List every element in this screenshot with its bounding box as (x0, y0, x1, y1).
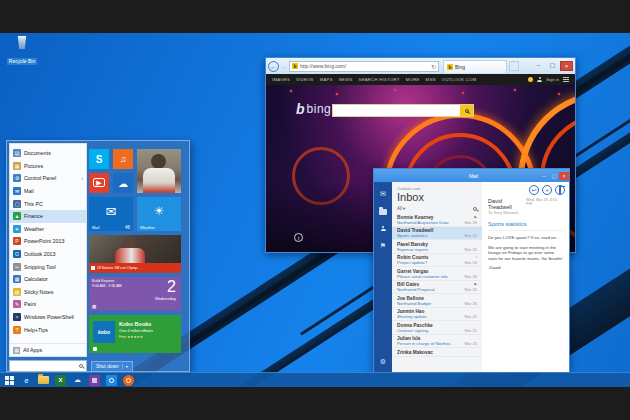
shutdown-caret-icon[interactable]: ▾ (122, 364, 128, 369)
start-menu-item[interactable]: > Windows PowerShell (10, 311, 86, 324)
message-row[interactable]: Robin Counts ! Project update? Mar 26 (392, 254, 482, 268)
minimize-button[interactable]: – (539, 172, 549, 180)
close-button[interactable]: × (559, 172, 569, 180)
message-row[interactable]: Joe Bellone Northwind Budget Mar 26 (392, 294, 482, 308)
minimize-button[interactable]: – (532, 61, 545, 71)
new-mail-button[interactable]: + (542, 185, 552, 195)
filter-all[interactable]: All (397, 206, 402, 211)
tile-kobo-books[interactable]: kobo Kobo Books Over 4 million eBooks Fr… (89, 315, 181, 353)
tile-sports-news[interactable]: 18 Nations GB's on Olymp... (89, 235, 181, 273)
bing-nav-link[interactable]: MORE (406, 77, 420, 82)
pinned-app-orange-icon[interactable] (123, 375, 134, 386)
search-icon (465, 109, 469, 113)
onedrive-icon[interactable]: ☁ (72, 375, 83, 386)
start-menu-item[interactable]: ? Help+Tips (10, 323, 86, 336)
bing-nav-link[interactable]: VIDEOS (296, 77, 314, 82)
address-bar[interactable]: b http://www.bing.com/ ↻ (289, 61, 439, 72)
filter-caret-icon[interactable]: ▾ (403, 206, 405, 211)
message-row[interactable]: Zrinka Makovac (392, 348, 482, 357)
start-menu-item[interactable]: ▦ Calculator (10, 273, 86, 286)
bing-search-box[interactable] (332, 104, 474, 117)
start-button[interactable] (4, 375, 15, 386)
recycle-bin-shortcut[interactable]: Recycle Bin (4, 36, 40, 67)
message-row[interactable]: Junmin Hao Meeting update Mar 25 (392, 308, 482, 322)
reading-body-line: We are going to start meeting in the lou… (488, 245, 563, 262)
tab-title: Bing (455, 64, 465, 70)
message-subject: Contract signing (397, 328, 463, 333)
start-menu-item[interactable]: ▢ This PC (10, 197, 86, 210)
rewards-icon[interactable] (528, 77, 533, 82)
start-menu-item[interactable]: ▨ Sticky Notes (10, 286, 86, 299)
message-row[interactable]: Garret Vargas Please send customer info … (392, 267, 482, 281)
profile-icon[interactable] (537, 77, 542, 82)
excel-icon[interactable]: X (55, 375, 66, 386)
start-menu-item[interactable]: ▤ Documents (10, 147, 86, 160)
start-menu-item[interactable]: ✉ Mail (10, 185, 86, 198)
folders-icon[interactable] (379, 209, 387, 215)
search-mail-icon[interactable] (473, 207, 477, 211)
tile-skype[interactable]: S (89, 149, 109, 169)
search-button[interactable] (460, 105, 473, 116)
bing-nav-link[interactable]: SEARCH HISTORY (359, 77, 400, 82)
respond-button[interactable]: ↩ (529, 185, 539, 195)
app-label: Finance (24, 213, 80, 219)
mail-tile-label: Mail (92, 225, 99, 230)
browser-tab[interactable]: b Bing (443, 60, 507, 73)
bing-nav-link[interactable]: MAPS (320, 77, 333, 82)
all-apps-button[interactable]: ▦ All Apps (10, 343, 86, 356)
message-subject: Northwind Budget (397, 301, 463, 306)
menu-icon[interactable] (563, 77, 569, 82)
start-menu-search-box[interactable] (9, 360, 87, 372)
mail-envelope-icon: ✉ (89, 197, 133, 228)
delete-button[interactable] (555, 185, 565, 195)
tile-onedrive[interactable]: ☁ (113, 173, 133, 193)
message-row[interactable]: Donna Paschke Contract signing Mar 25 (392, 321, 482, 335)
start-menu-item[interactable]: O Outlook 2013 (10, 248, 86, 261)
start-menu-item[interactable]: ✎ Paint (10, 298, 86, 311)
message-row[interactable]: Julian Isla Person in charge of Northwi.… (392, 335, 482, 349)
message-date: Mar 25 (465, 314, 477, 319)
start-menu-item[interactable]: ☀ Weather (10, 223, 86, 236)
people-icon[interactable] (381, 226, 386, 231)
new-tab-button[interactable] (509, 61, 519, 71)
tile-video[interactable]: ▶ (89, 173, 109, 193)
sign-in-link[interactable]: Sign in (546, 77, 559, 82)
settings-gear-icon[interactable]: ⚙ (374, 358, 392, 366)
internet-explorer-icon[interactable]: e (21, 375, 32, 386)
calculator-icon: ▦ (13, 275, 21, 283)
flag-icon[interactable]: ⚑ (380, 242, 386, 250)
store-icon[interactable] (89, 375, 100, 386)
bing-nav-link[interactable]: IMAGES (272, 77, 290, 82)
start-menu-item[interactable]: ▦ Pictures (10, 160, 86, 173)
start-menu-item[interactable]: P PowerPoint 2013 (10, 235, 86, 248)
mail-folder-icon[interactable]: ✉ (380, 190, 386, 198)
maximize-button[interactable]: ▢ (546, 61, 559, 71)
file-explorer-icon[interactable] (38, 375, 49, 386)
bing-nav-link[interactable]: NEWS (339, 77, 353, 82)
search-input[interactable] (333, 105, 460, 116)
tile-mail[interactable]: ✉ Mail 46 (89, 197, 133, 231)
back-button[interactable]: ← (268, 61, 279, 72)
close-button[interactable]: × (560, 61, 573, 71)
tile-music[interactable]: ♫ (113, 149, 133, 169)
message-row[interactable]: Pavel Bansky Expense reports Mar 26 (392, 240, 482, 254)
message-row[interactable]: Bill Gates ⚑ Northwind Proposal Mar 26 (392, 281, 482, 295)
bing-nav-link[interactable]: OUTLOOK.COM (442, 77, 477, 82)
maximize-button[interactable]: ▢ (549, 172, 559, 180)
refresh-icon[interactable]: ↻ (431, 63, 436, 70)
skype-icon: S (89, 149, 109, 169)
message-row[interactable]: David Treadwell Sports statistics Mar 26 (392, 227, 482, 241)
start-menu-item[interactable]: ⚙ Control Panel › (10, 172, 86, 185)
forward-button[interactable]: → (280, 63, 287, 70)
tile-calendar[interactable]: Build Keynote 9:00 AM - 9:30 AM 2 Wednes… (89, 277, 181, 311)
all-apps-grid-icon: ▦ (13, 347, 20, 354)
start-menu-item[interactable]: ▲ Finance (10, 210, 86, 223)
tile-photos[interactable] (137, 149, 181, 193)
pinned-app-blue-icon[interactable] (106, 375, 117, 386)
message-row[interactable]: Bonnie Kearney ⚑ Northwind Acquisition D… (392, 213, 482, 227)
tile-weather[interactable]: ☀ Weather (137, 197, 181, 231)
start-menu-item[interactable]: ✂ Snipping Tool (10, 260, 86, 273)
image-info-icon[interactable]: i (294, 233, 303, 242)
bing-nav-link[interactable]: MSN (426, 77, 436, 82)
shutdown-button[interactable]: Shut down ▾ (91, 361, 133, 372)
